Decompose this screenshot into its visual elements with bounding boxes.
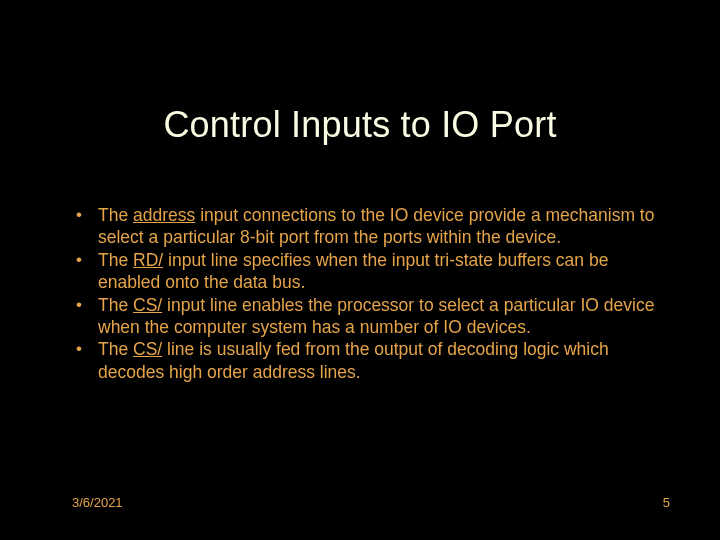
bullet-pre: The bbox=[98, 339, 133, 359]
list-item: The RD/ input line specifies when the in… bbox=[72, 249, 670, 294]
bullet-post: input line specifies when the input tri-… bbox=[98, 250, 608, 292]
bullet-post: line is usually fed from the output of d… bbox=[98, 339, 609, 381]
slide-footer: 3/6/2021 5 bbox=[72, 495, 670, 510]
footer-date: 3/6/2021 bbox=[72, 495, 123, 510]
list-item: The CS/ input line enables the processor… bbox=[72, 294, 670, 339]
slide-title: Control Inputs to IO Port bbox=[0, 104, 720, 146]
bullet-pre: The bbox=[98, 205, 133, 225]
bullet-list: The address input connections to the IO … bbox=[72, 204, 670, 383]
bullet-pre: The bbox=[98, 250, 133, 270]
bullet-underline: CS/ bbox=[133, 295, 162, 315]
list-item: The address input connections to the IO … bbox=[72, 204, 670, 249]
bullet-underline: CS/ bbox=[133, 339, 162, 359]
footer-page-number: 5 bbox=[663, 495, 670, 510]
bullet-underline: address bbox=[133, 205, 195, 225]
bullet-pre: The bbox=[98, 295, 133, 315]
slide-body: The address input connections to the IO … bbox=[72, 204, 670, 383]
list-item: The CS/ line is usually fed from the out… bbox=[72, 338, 670, 383]
bullet-underline: RD/ bbox=[133, 250, 163, 270]
slide: Control Inputs to IO Port The address in… bbox=[0, 0, 720, 540]
bullet-post: input line enables the processor to sele… bbox=[98, 295, 654, 337]
